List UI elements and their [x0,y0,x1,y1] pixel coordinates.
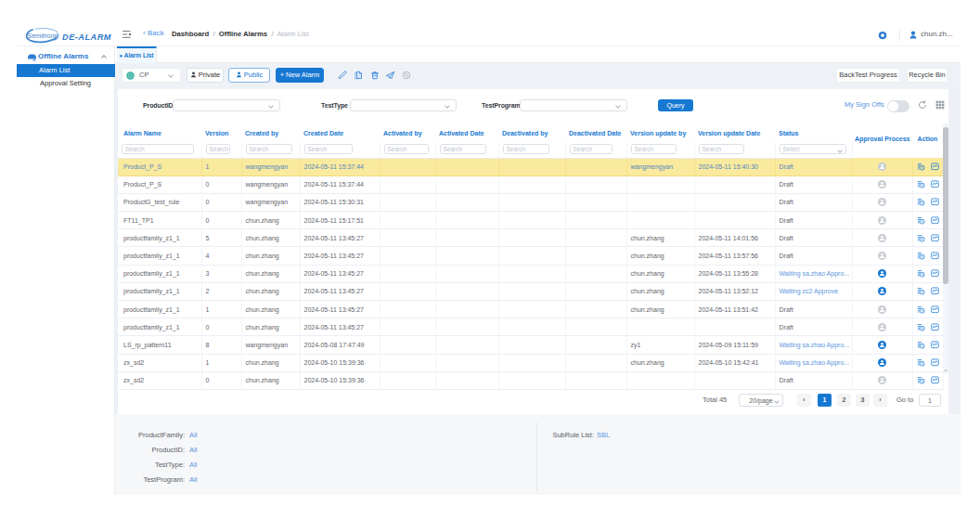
svg-text:Semitronix: Semitronix [27,32,59,40]
svg-text:DE-ALARM: DE-ALARM [62,32,111,42]
